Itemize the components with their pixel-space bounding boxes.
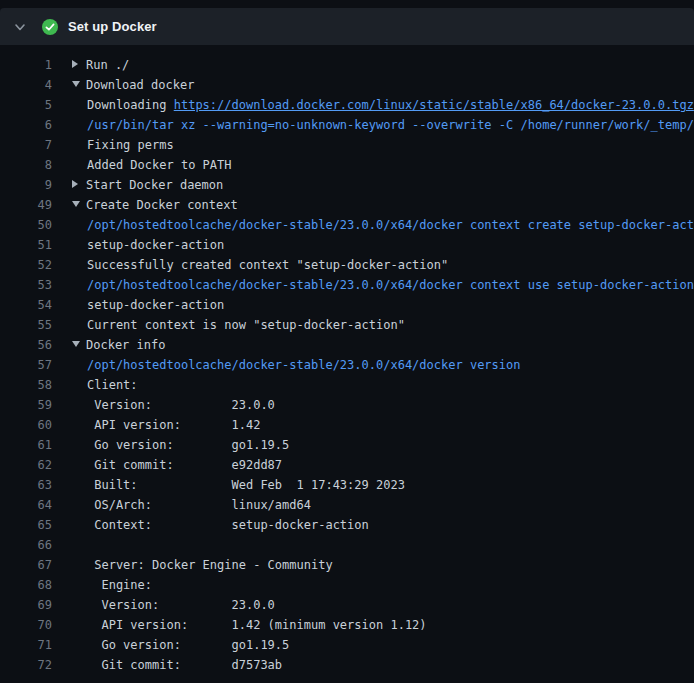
log-plain-text: API version: 1.42 (87, 418, 260, 432)
group-expanded-arrow-icon (72, 81, 80, 87)
log-plain-text: setup-docker-action (87, 238, 224, 252)
line-number[interactable]: 63 (8, 475, 52, 495)
log-line: 6/usr/bin/tar xz --warning=no-unknown-ke… (8, 115, 694, 135)
log-plain-text: Context: setup-docker-action (87, 518, 369, 532)
log-line: 60 API version: 1.42 (8, 415, 694, 435)
log-container: 1Run ./4Download docker5Downloading http… (0, 45, 694, 675)
line-number[interactable]: 4 (8, 75, 52, 95)
log-line: 51setup-docker-action (8, 235, 694, 255)
line-number[interactable]: 56 (8, 335, 52, 355)
line-number[interactable]: 67 (8, 555, 52, 575)
log-text: Server: Docker Engine - Community (72, 555, 333, 575)
log-line: 70 API version: 1.42 (minimum version 1.… (8, 615, 694, 635)
log-group-header[interactable]: 49Create Docker context (8, 195, 694, 215)
line-number[interactable]: 65 (8, 515, 52, 535)
line-number[interactable]: 72 (8, 655, 52, 675)
line-number[interactable]: 53 (8, 275, 52, 295)
log-line: 53/opt/hostedtoolcache/docker-stable/23.… (8, 275, 694, 295)
line-number[interactable]: 68 (8, 575, 52, 595)
line-number[interactable]: 69 (8, 595, 52, 615)
log-line: 63 Built: Wed Feb 1 17:43:29 2023 (8, 475, 694, 495)
line-number[interactable]: 59 (8, 395, 52, 415)
log-line: 72 Git commit: d7573ab (8, 655, 694, 675)
log-plain-text: Added Docker to PATH (87, 158, 232, 172)
step-header-set-up-docker[interactable]: Set up Docker (0, 8, 694, 45)
log-line: 65 Context: setup-docker-action (8, 515, 694, 535)
line-number[interactable]: 64 (8, 495, 52, 515)
line-number[interactable]: 49 (8, 195, 52, 215)
line-number[interactable]: 57 (8, 355, 52, 375)
log-text: Version: 23.0.0 (72, 595, 275, 615)
log-text: Context: setup-docker-action (72, 515, 369, 535)
log-line: 55Current context is now "setup-docker-a… (8, 315, 694, 335)
line-number[interactable]: 50 (8, 215, 52, 235)
line-number[interactable]: 6 (8, 115, 52, 135)
log-plain-text: Downloading (87, 98, 174, 112)
log-command-text: /opt/hostedtoolcache/docker-stable/23.0.… (87, 218, 694, 232)
log-line: 71 Go version: go1.19.5 (8, 635, 694, 655)
line-number[interactable]: 5 (8, 95, 52, 115)
log-text: /opt/hostedtoolcache/docker-stable/23.0.… (72, 215, 694, 235)
chevron-down-icon[interactable] (14, 21, 26, 33)
line-number[interactable]: 60 (8, 415, 52, 435)
line-number[interactable]: 52 (8, 255, 52, 275)
log-command-text: /usr/bin/tar xz --warning=no-unknown-key… (87, 118, 694, 132)
log-group-header[interactable]: 56Docker info (8, 335, 694, 355)
log-text: OS/Arch: linux/amd64 (72, 495, 311, 515)
log-text: Fixing perms (72, 135, 174, 155)
log-group-header[interactable]: 9Start Docker daemon (8, 175, 694, 195)
log-text: /usr/bin/tar xz --warning=no-unknown-key… (72, 115, 694, 135)
log-plain-text: Run ./ (86, 58, 129, 72)
log-text: Download docker (72, 75, 194, 95)
log-plain-text: Server: Docker Engine - Community (87, 558, 333, 572)
line-number[interactable]: 7 (8, 135, 52, 155)
line-number[interactable]: 9 (8, 175, 52, 195)
log-text: Successfully created context "setup-dock… (72, 255, 448, 275)
log-line: 59 Version: 23.0.0 (8, 395, 694, 415)
line-number[interactable]: 51 (8, 235, 52, 255)
log-text: Git commit: e92dd87 (72, 455, 282, 475)
line-number[interactable]: 66 (8, 535, 52, 555)
log-line: 62 Git commit: e92dd87 (8, 455, 694, 475)
log-line: 64 OS/Arch: linux/amd64 (8, 495, 694, 515)
log-line: 61 Go version: go1.19.5 (8, 435, 694, 455)
line-number[interactable]: 58 (8, 375, 52, 395)
log-group-header[interactable]: 4Download docker (8, 75, 694, 95)
line-number[interactable]: 8 (8, 155, 52, 175)
log-text: API version: 1.42 (minimum version 1.12) (72, 615, 427, 635)
log-command-text: /opt/hostedtoolcache/docker-stable/23.0.… (87, 358, 520, 372)
log-line: 68 Engine: (8, 575, 694, 595)
line-number[interactable]: 1 (8, 55, 52, 75)
log-plain-text: OS/Arch: linux/amd64 (87, 498, 311, 512)
log-line: 5Downloading https://download.docker.com… (8, 95, 694, 115)
log-plain-text: setup-docker-action (87, 298, 224, 312)
line-number[interactable]: 61 (8, 435, 52, 455)
log-text: Start Docker daemon (72, 175, 223, 195)
log-text: Downloading https://download.docker.com/… (72, 95, 694, 115)
log-text: Go version: go1.19.5 (72, 635, 289, 655)
line-number[interactable]: 71 (8, 635, 52, 655)
log-plain-text: Go version: go1.19.5 (87, 438, 289, 452)
line-number[interactable]: 62 (8, 455, 52, 475)
log-line: 8Added Docker to PATH (8, 155, 694, 175)
step-title: Set up Docker (68, 19, 157, 34)
log-group-header[interactable]: 1Run ./ (8, 55, 694, 75)
log-line: 69 Version: 23.0.0 (8, 595, 694, 615)
log-text: Git commit: d7573ab (72, 655, 282, 675)
log-text: Built: Wed Feb 1 17:43:29 2023 (72, 475, 405, 495)
log-plain-text: Start Docker daemon (86, 178, 223, 192)
log-plain-text: Fixing perms (87, 138, 174, 152)
group-expanded-arrow-icon (72, 341, 80, 347)
log-line: 66 (8, 535, 694, 555)
line-number[interactable]: 54 (8, 295, 52, 315)
log-text: Docker info (72, 335, 165, 355)
log-link[interactable]: https://download.docker.com/linux/static… (174, 98, 694, 112)
log-plain-text: Version: 23.0.0 (87, 598, 275, 612)
log-plain-text: Client: (87, 378, 138, 392)
log-plain-text: Git commit: d7573ab (87, 658, 282, 672)
log-plain-text: Docker info (86, 338, 165, 352)
log-text (72, 535, 87, 555)
line-number[interactable]: 70 (8, 615, 52, 635)
log-text: Added Docker to PATH (72, 155, 232, 175)
line-number[interactable]: 55 (8, 315, 52, 335)
